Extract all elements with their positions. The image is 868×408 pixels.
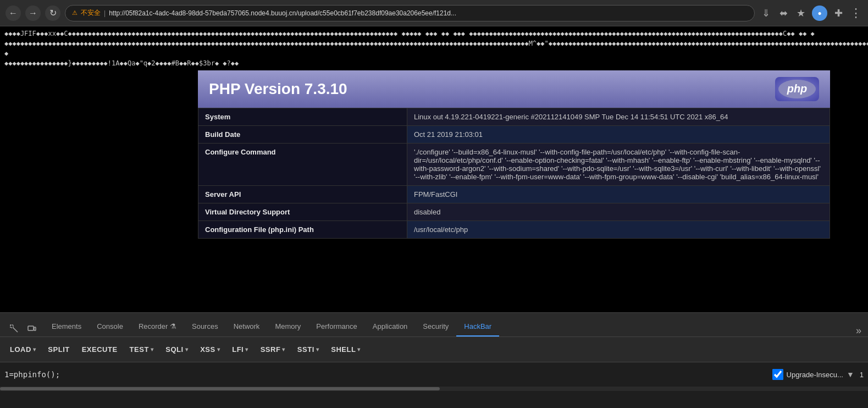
- download-icon[interactable]: ⇓: [759, 7, 772, 19]
- upgrade-insecure-checkbox[interactable]: [772, 369, 783, 380]
- php-table-key: Configure Command: [198, 144, 407, 186]
- url-text: http://05f82a1c-4adc-4ad8-98dd-57beda757…: [109, 9, 748, 17]
- hackbar-input-row: Upgrade-Insecu... ▼ 1: [0, 362, 868, 387]
- tab-more-button[interactable]: »: [852, 325, 866, 337]
- hackbar-count: 1: [860, 371, 864, 379]
- php-logo: php: [775, 77, 819, 101]
- php-table-key: Build Date: [198, 126, 407, 144]
- php-table-value: disabled: [407, 203, 830, 221]
- address-bar[interactable]: ⚠ 不安全 | http://05f82a1c-4adc-4ad8-98dd-5…: [65, 5, 755, 21]
- reload-button[interactable]: ↻: [45, 5, 60, 21]
- url-separator: |: [104, 9, 106, 17]
- hackbar-sqli-button[interactable]: SQLI▾: [160, 342, 193, 357]
- php-table-key: Virtual Directory Support: [198, 203, 407, 221]
- devtools-tab-recorder[interactable]: Recorder ⚗: [131, 317, 184, 337]
- php-table-row: Configure Command'./configure' '--build=…: [198, 144, 830, 186]
- devtools-tab-network[interactable]: Network: [226, 317, 268, 337]
- php-info-container: PHP Version 7.3.10 php SystemLinux out 4…: [198, 70, 830, 239]
- php-header: PHP Version 7.3.10 php: [198, 70, 830, 108]
- hackbar-load-button[interactable]: LOAD▾: [4, 342, 41, 357]
- hackbar-ssrf-dropdown-icon[interactable]: ▾: [282, 346, 285, 352]
- php-info-table: SystemLinux out 4.19.221-0419221-generic…: [198, 108, 830, 239]
- php-table-key: Server API: [198, 186, 407, 203]
- hackbar-xss-button[interactable]: XSS▾: [195, 342, 225, 357]
- hackbar-toolbar: LOAD▾SPLITEXECUTETEST▾SQLI▾XSS▾LFI▾SSRF▾…: [0, 337, 868, 362]
- hackbar-ssrf-button[interactable]: SSRF▾: [255, 342, 291, 357]
- bookmark-icon[interactable]: ★: [794, 7, 808, 19]
- devtools-panel: ElementsConsoleRecorder ⚗SourcesNetworkM…: [0, 312, 868, 391]
- hackbar-load-dropdown-icon[interactable]: ▾: [33, 346, 36, 352]
- hackbar-xss-dropdown-icon[interactable]: ▾: [217, 346, 220, 352]
- php-table-row: SystemLinux out 4.19.221-0419221-generic…: [198, 108, 830, 126]
- devtools-tab-elements[interactable]: Elements: [44, 317, 89, 337]
- php-table-row: Configuration File (php.ini) Path/usr/lo…: [198, 221, 830, 239]
- devtools-tabs-bar: ElementsConsoleRecorder ⚗SourcesNetworkM…: [0, 313, 868, 337]
- hackbar-panel: LOAD▾SPLITEXECUTETEST▾SQLI▾XSS▾LFI▾SSRF▾…: [0, 337, 868, 391]
- php-table-key: Configuration File (php.ini) Path: [198, 221, 407, 239]
- hackbar-upgrade-section: Upgrade-Insecu... ▼ 1: [772, 369, 864, 380]
- php-table-value: Oct 21 2019 21:03:01: [407, 126, 830, 144]
- svg-line-4: [13, 328, 18, 332]
- hackbar-ssti-button[interactable]: SSTI▾: [292, 342, 324, 357]
- share-icon[interactable]: ⬌: [777, 7, 790, 19]
- scrollbar-thumb[interactable]: [0, 387, 440, 390]
- garbled-text: ◆◆◆◆JFIF◆◆◆xx◆◆C◆◆◆◆◆◆◆◆◆◆◆◆◆◆◆◆◆◆◆◆◆◆◆◆…: [0, 26, 868, 70]
- svg-rect-5: [28, 326, 34, 330]
- hackbar-lfi-button[interactable]: LFI▾: [226, 342, 254, 357]
- hackbar-lfi-dropdown-icon[interactable]: ▾: [245, 346, 248, 352]
- hackbar-split-button[interactable]: SPLIT: [42, 342, 75, 357]
- garbled-line2: ◆◆◆◆◆◆◆◆◆◆◆◆◆◆◆◆◆◆◆◆◆◆◆◆◆◆◆◆◆◆◆◆◆◆◆◆◆◆◆◆…: [4, 38, 864, 58]
- forward-button[interactable]: →: [25, 5, 41, 21]
- upgrade-dropdown-arrow[interactable]: ▼: [847, 370, 854, 379]
- hackbar-ssti-dropdown-icon[interactable]: ▾: [316, 346, 319, 352]
- security-warning-text: 不安全: [81, 8, 101, 18]
- garbled-line1: ◆◆◆◆JFIF◆◆◆xx◆◆C◆◆◆◆◆◆◆◆◆◆◆◆◆◆◆◆◆◆◆◆◆◆◆◆…: [4, 29, 864, 38]
- profile-icon[interactable]: ●: [812, 5, 827, 21]
- extensions-icon[interactable]: ✚: [832, 7, 845, 19]
- php-table-row: Build DateOct 21 2019 21:03:01: [198, 126, 830, 144]
- devtools-tab-hackbar[interactable]: HackBar: [456, 317, 499, 337]
- browser-chrome: ← → ↻ ⚠ 不安全 | http://05f82a1c-4adc-4ad8-…: [0, 0, 868, 26]
- upgrade-insecure-label: Upgrade-Insecu...: [787, 371, 843, 379]
- devtools-tab-console[interactable]: Console: [89, 317, 131, 337]
- page-content: ◆◆◆◆JFIF◆◆◆xx◆◆C◆◆◆◆◆◆◆◆◆◆◆◆◆◆◆◆◆◆◆◆◆◆◆◆…: [0, 26, 868, 312]
- devtools-tab-sources[interactable]: Sources: [184, 317, 226, 337]
- php-table-row: Virtual Directory Supportdisabled: [198, 203, 830, 221]
- hackbar-execute-button[interactable]: EXECUTE: [76, 342, 123, 357]
- devtools-tab-security[interactable]: Security: [415, 317, 456, 337]
- devtools-tab-application[interactable]: Application: [365, 317, 416, 337]
- php-table-value: FPM/FastCGI: [407, 186, 830, 203]
- hackbar-shell-button[interactable]: SHELL▾: [325, 342, 366, 357]
- php-table-row: Server APIFPM/FastCGI: [198, 186, 830, 203]
- hackbar-input[interactable]: [4, 370, 768, 379]
- devtools-tab-performance[interactable]: Performance: [308, 317, 364, 337]
- hackbar-sqli-dropdown-icon[interactable]: ▾: [185, 346, 189, 352]
- device-toolbar-icon[interactable]: [24, 321, 40, 337]
- menu-icon[interactable]: ⋮: [849, 6, 863, 20]
- svg-rect-2: [10, 325, 13, 328]
- scrollbar-area: [0, 387, 868, 391]
- php-table-value: /usr/local/etc/php: [407, 221, 830, 239]
- garbled-line3: ◆◆◆◆◆◆◆◆◆◆◆◆◆◆◆◆}◆◆◆◆◆◆◆◆◆!1A◆◆Qa◆"q◆2◆◆…: [4, 58, 864, 68]
- php-version-title: PHP Version 7.3.10: [209, 80, 347, 98]
- select-element-icon[interactable]: [7, 321, 22, 337]
- security-warning-icon: ⚠: [72, 9, 78, 16]
- svg-rect-6: [34, 327, 36, 330]
- svg-text:php: php: [787, 82, 808, 95]
- php-table-value: Linux out 4.19.221-0419221-generic #2021…: [407, 108, 830, 126]
- devtools-icon-group: [2, 321, 44, 337]
- hackbar-test-dropdown-icon[interactable]: ▾: [151, 346, 154, 352]
- chrome-actions: ⇓ ⬌ ★ ● ✚ ⋮: [759, 5, 863, 21]
- back-button[interactable]: ←: [5, 5, 21, 21]
- php-table-key: System: [198, 108, 407, 126]
- hackbar-test-button[interactable]: TEST▾: [124, 342, 159, 357]
- devtools-tab-memory[interactable]: Memory: [267, 317, 308, 337]
- php-table-value: './configure' '--build=x86_64-linux-musl…: [407, 144, 830, 186]
- hackbar-shell-dropdown-icon[interactable]: ▾: [357, 346, 361, 352]
